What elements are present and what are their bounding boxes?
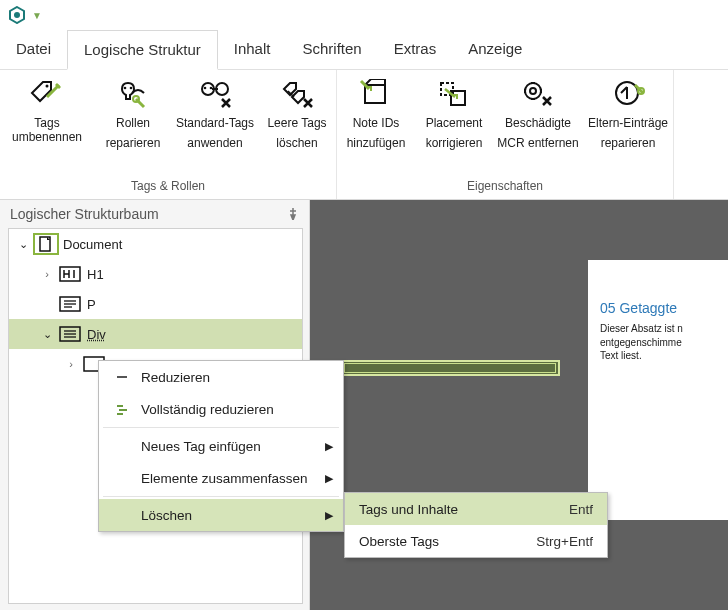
menu-separator (103, 427, 339, 428)
svg-point-13 (525, 83, 541, 99)
note-ids-icon (357, 78, 395, 110)
repair-roles-icon (114, 78, 152, 110)
app-menu-dropdown-icon[interactable]: ▼ (32, 10, 42, 21)
svg-point-4 (130, 87, 133, 90)
svg-point-3 (124, 87, 127, 90)
leere-tags-loeschen-button[interactable]: Leere Tags löschen (258, 70, 336, 175)
shortcut-text: Strg+Entf (536, 534, 593, 549)
btn-label: Tags umbenennen (2, 116, 92, 145)
tree-node-p[interactable]: › P (9, 289, 302, 319)
tree-node-document[interactable]: ⌄ Document (9, 229, 302, 259)
context-menu: Reduzieren Vollständig reduzieren Neues … (98, 360, 344, 532)
menu-label: Oberste Tags (359, 534, 439, 549)
tab-anzeige[interactable]: Anzeige (452, 30, 538, 69)
mcr-remove-icon (519, 78, 557, 110)
ribbon-group-tags-rollen: Tags umbenennen Rollen reparieren Standa… (0, 70, 337, 199)
delete-empty-tags-icon (278, 78, 316, 110)
menu-label: Neues Tag einfügen (141, 439, 261, 454)
menu-label: Vollständig reduzieren (141, 402, 274, 417)
svg-point-7 (204, 87, 207, 90)
btn-label-2: reparieren (106, 136, 161, 150)
doc-text: Dieser Absatz ist n entgegenschimme Text… (600, 322, 728, 363)
tab-logische-struktur[interactable]: Logische Struktur (67, 30, 218, 70)
menu-item-elemente-zusammenfassen[interactable]: Elemente zusammenfassen ▶ (99, 462, 343, 494)
panel-title-text: Logischer Strukturbaum (10, 206, 159, 222)
collapse-icon (113, 370, 131, 384)
tab-schriften[interactable]: Schriften (286, 30, 377, 69)
svg-point-1 (14, 12, 20, 18)
tree-node-h1[interactable]: › H1 (9, 259, 302, 289)
collapse-all-icon (113, 402, 131, 416)
btn-label-1: Standard-Tags (176, 116, 254, 130)
menu-separator (103, 496, 339, 497)
btn-label-1: Rollen (116, 116, 150, 130)
btn-label-1: Placement (426, 116, 483, 130)
menu-label: Löschen (141, 508, 192, 523)
menu-label: Elemente zusammenfassen (141, 471, 308, 486)
submenu-item-tags-inhalte[interactable]: Tags und Inhalte Entf (345, 493, 607, 525)
div-tag-icon (57, 323, 83, 345)
mcr-entfernen-button[interactable]: Beschädigte MCR entfernen (493, 70, 583, 175)
app-logo-icon (8, 6, 26, 24)
expand-icon[interactable]: › (65, 358, 77, 370)
submenu-arrow-icon: ▶ (325, 509, 333, 522)
h1-tag-icon (57, 263, 83, 285)
svg-point-2 (46, 85, 49, 88)
placement-korrigieren-button[interactable]: Placement korrigieren (415, 70, 493, 175)
panel-header: Logischer Strukturbaum (0, 200, 309, 228)
expand-icon[interactable]: ⌄ (41, 328, 53, 341)
svg-point-8 (210, 87, 213, 90)
btn-label-1: Note IDs (353, 116, 400, 130)
btn-label-2: löschen (276, 136, 317, 150)
menu-item-reduzieren[interactable]: Reduzieren (99, 361, 343, 393)
tree-node-div[interactable]: ⌄ Div (9, 319, 302, 349)
svg-point-14 (530, 88, 536, 94)
context-submenu-loeschen: Tags und Inhalte Entf Oberste Tags Strg+… (344, 492, 608, 558)
menu-item-loeschen[interactable]: Löschen ▶ (99, 499, 343, 531)
tab-extras[interactable]: Extras (378, 30, 453, 69)
tags-umbenennen-button[interactable]: Tags umbenennen (0, 70, 94, 175)
menu-label: Tags und Inhalte (359, 502, 458, 517)
tab-bar: Datei Logische Struktur Inhalt Schriften… (0, 30, 728, 70)
tab-inhalt[interactable]: Inhalt (218, 30, 287, 69)
btn-label-2: hinzufügen (347, 136, 406, 150)
submenu-arrow-icon: ▶ (325, 472, 333, 485)
placement-icon (435, 78, 473, 110)
node-label: Document (63, 237, 122, 252)
expand-icon[interactable]: ⌄ (17, 238, 29, 251)
repair-parents-icon (609, 78, 647, 110)
ribbon-group-eigenschaften: Note IDs hinzufügen Placement korrigiere… (337, 70, 674, 199)
group-label: Eigenschaften (337, 175, 673, 199)
group-label: Tags & Rollen (0, 175, 336, 199)
standard-tags-icon (196, 78, 234, 110)
title-bar: ▼ (0, 0, 728, 30)
document-page: 05 Getaggte Dieser Absatz ist n entgegen… (588, 260, 728, 520)
standard-tags-anwenden-button[interactable]: Standard-Tags anwenden (172, 70, 258, 175)
eltern-reparieren-button[interactable]: Eltern-Einträge reparieren (583, 70, 673, 175)
menu-item-vollstaendig-reduzieren[interactable]: Vollständig reduzieren (99, 393, 343, 425)
shortcut-text: Entf (569, 502, 593, 517)
selection-highlight (340, 360, 560, 376)
rename-tags-icon (28, 78, 66, 110)
doc-heading: 05 Getaggte (600, 300, 728, 316)
note-ids-button[interactable]: Note IDs hinzufügen (337, 70, 415, 175)
btn-label-2: anwenden (187, 136, 242, 150)
node-label: P (87, 297, 96, 312)
svg-rect-18 (60, 267, 80, 281)
ribbon: Tags umbenennen Rollen reparieren Standa… (0, 70, 728, 200)
btn-label-1: Beschädigte (505, 116, 571, 130)
expand-icon[interactable]: › (41, 268, 53, 280)
document-icon (33, 233, 59, 255)
menu-label: Reduzieren (141, 370, 210, 385)
tab-datei[interactable]: Datei (0, 30, 67, 69)
submenu-arrow-icon: ▶ (325, 440, 333, 453)
node-label: Div (87, 327, 106, 342)
btn-label-1: Eltern-Einträge (588, 116, 668, 130)
p-tag-icon (57, 293, 83, 315)
rollen-reparieren-button[interactable]: Rollen reparieren (94, 70, 172, 175)
btn-label-2: reparieren (601, 136, 656, 150)
submenu-item-oberste-tags[interactable]: Oberste Tags Strg+Entf (345, 525, 607, 557)
btn-label-2: MCR entfernen (497, 136, 578, 150)
pin-icon[interactable] (287, 208, 299, 220)
menu-item-neues-tag[interactable]: Neues Tag einfügen ▶ (99, 430, 343, 462)
